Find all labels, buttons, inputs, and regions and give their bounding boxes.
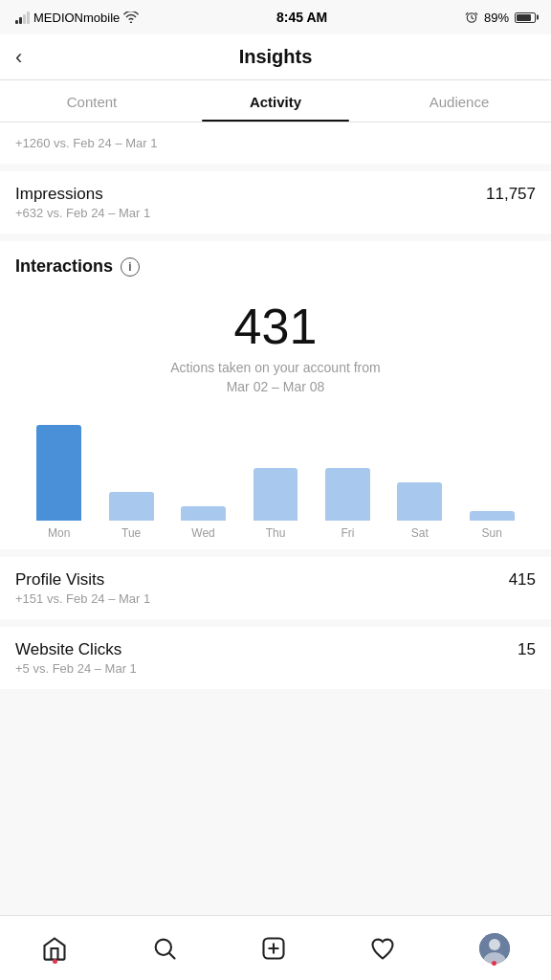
bar-label-thu: Thu — [266, 526, 286, 549]
back-button[interactable]: ‹ — [15, 45, 22, 70]
reach-sub: +1260 vs. Feb 24 – Mar 1 — [15, 122, 536, 150]
nav-heart[interactable] — [369, 935, 396, 962]
carrier-name: MEDIONmobile — [33, 11, 120, 25]
profile-visits-value: 415 — [509, 570, 536, 590]
heart-icon — [369, 935, 396, 962]
profile-visits-label: Profile Visits — [15, 570, 104, 590]
tab-bar: Content Activity Audience — [0, 80, 551, 122]
nav-profile[interactable] — [479, 933, 510, 964]
bar-fri — [325, 468, 370, 521]
website-clicks-value: 15 — [518, 640, 536, 659]
impressions-label: Impressions — [15, 185, 103, 204]
bar-col-thu: Thu — [239, 468, 311, 549]
add-icon — [260, 935, 287, 962]
bar-col-sun: Sun — [456, 511, 528, 549]
bar-col-mon: Mon — [23, 425, 95, 549]
impressions-value: 11,757 — [486, 185, 536, 204]
tab-activity[interactable]: Activity — [184, 80, 367, 122]
content-area: +1260 vs. Feb 24 – Mar 1 Impressions 11,… — [0, 122, 551, 917]
profile-dot — [492, 961, 496, 966]
profile-visits-row: Profile Visits 415 — [15, 570, 536, 590]
profile-avatar — [479, 933, 510, 964]
status-right: 89% — [465, 11, 536, 25]
info-icon[interactable]: i — [121, 257, 140, 277]
home-dot — [53, 959, 57, 964]
impressions-section: Impressions 11,757 +632 vs. Feb 24 – Mar… — [0, 171, 551, 234]
bar-label-wed: Wed — [191, 526, 214, 549]
bar-wed — [181, 506, 226, 521]
nav-search[interactable] — [151, 935, 178, 962]
bar-chart: MonTueWedThuFriSatSun — [15, 396, 536, 549]
bar-thu — [253, 468, 298, 521]
bar-label-sat: Sat — [411, 526, 429, 549]
impressions-sub: +632 vs. Feb 24 – Mar 1 — [15, 206, 536, 220]
website-clicks-row: Website Clicks 15 — [15, 640, 536, 659]
profile-visits-section: Profile Visits 415 +151 vs. Feb 24 – Mar… — [0, 557, 551, 619]
home-icon — [41, 935, 68, 962]
alarm-icon — [465, 11, 478, 24]
signal-icon — [15, 11, 30, 24]
bar-col-fri: Fri — [312, 468, 384, 549]
bar-label-sun: Sun — [482, 526, 502, 549]
page-title: Insights — [239, 46, 313, 68]
wifi-icon — [123, 11, 139, 23]
bar-col-sat: Sat — [384, 482, 455, 549]
search-icon — [151, 935, 178, 962]
bar-col-tue: Tue — [95, 492, 166, 549]
interactions-count: 431 — [15, 301, 536, 351]
status-time: 8:45 AM — [276, 10, 327, 25]
interactions-section: Interactions i 431 Actions taken on your… — [0, 241, 551, 549]
tab-audience[interactable]: Audience — [367, 80, 551, 122]
website-clicks-section: Website Clicks 15 +5 vs. Feb 24 – Mar 1 — [0, 627, 551, 689]
bar-sun — [470, 511, 515, 521]
bar-tue — [109, 492, 154, 521]
impressions-row: Impressions 11,757 — [15, 185, 536, 204]
reach-section: +1260 vs. Feb 24 – Mar 1 — [0, 122, 551, 164]
bar-label-tue: Tue — [121, 526, 141, 549]
interactions-title: Interactions — [15, 256, 113, 277]
bar-label-fri: Fri — [341, 526, 354, 549]
bar-mon — [36, 425, 81, 521]
svg-point-4 — [489, 939, 500, 950]
status-bar: MEDIONmobile 8:45 AM 89% — [0, 0, 551, 34]
interactions-header: Interactions i — [15, 256, 536, 277]
nav-home[interactable] — [41, 935, 68, 962]
battery-icon — [515, 12, 536, 23]
nav-add[interactable] — [260, 935, 287, 962]
battery-percent: 89% — [484, 11, 509, 25]
interactions-subtitle: Actions taken on your account fromMar 02… — [15, 359, 536, 396]
interactions-chart: 431 Actions taken on your account fromMa… — [15, 292, 536, 549]
tab-content[interactable]: Content — [0, 80, 184, 122]
bar-label-mon: Mon — [48, 526, 70, 549]
website-clicks-label: Website Clicks — [15, 640, 121, 659]
bar-sat — [397, 482, 442, 521]
bottom-nav — [0, 915, 551, 980]
bar-col-wed: Wed — [167, 506, 239, 549]
status-left: MEDIONmobile — [15, 11, 139, 25]
website-clicks-sub: +5 vs. Feb 24 – Mar 1 — [15, 661, 536, 676]
profile-visits-sub: +151 vs. Feb 24 – Mar 1 — [15, 591, 536, 606]
header: ‹ Insights — [0, 34, 551, 80]
